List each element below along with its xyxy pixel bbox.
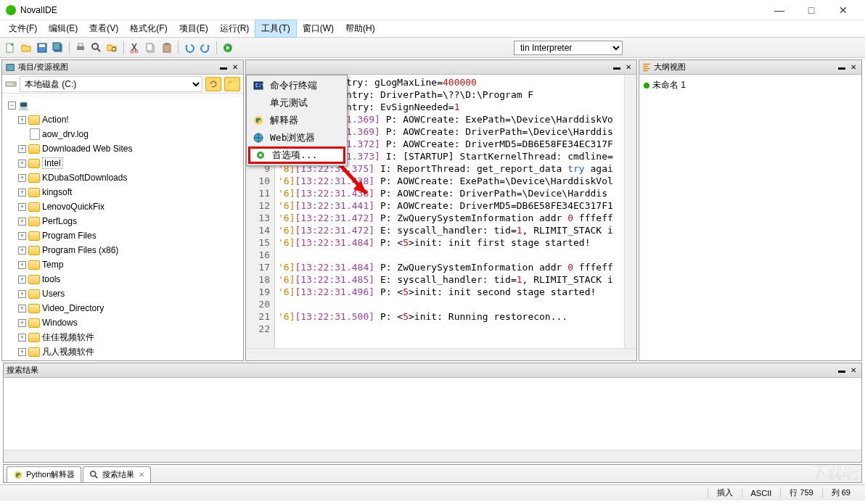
menu-5[interactable]: 运行(R): [214, 20, 255, 37]
search-scrollbar[interactable]: [4, 450, 861, 462]
tree-root[interactable]: −💻: [4, 98, 242, 112]
run-icon[interactable]: [221, 41, 235, 55]
tree-item[interactable]: +Action!: [4, 112, 242, 127]
outline-minimize-icon[interactable]: ▬: [837, 62, 847, 73]
tree-item[interactable]: +LenovoQuickFix: [4, 199, 242, 214]
save-all-icon[interactable]: [51, 41, 65, 55]
menu-item-2[interactable]: 解释器: [248, 112, 345, 129]
tab-0[interactable]: Python解释器: [7, 466, 81, 482]
tree-item[interactable]: +tools: [4, 272, 242, 286]
print-icon[interactable]: [73, 41, 88, 55]
search-results-area[interactable]: [4, 378, 861, 450]
editor-panel: ▬ ✕ 2345678910111213141516171819202122 P…: [245, 59, 637, 361]
copy-icon[interactable]: [144, 41, 158, 55]
tree-item[interactable]: +Intel: [4, 156, 242, 170]
up-button[interactable]: 📁: [224, 77, 240, 91]
toolbar: tin Interpreter: [0, 38, 865, 58]
tree-item-label: 凡人视频软件: [42, 346, 94, 358]
tree-item[interactable]: +Users: [4, 286, 242, 301]
window-controls: ― □ ✕: [763, 0, 859, 20]
tree-item[interactable]: +佳佳视频软件: [4, 330, 242, 344]
menu-item-1[interactable]: 单元测试: [248, 94, 345, 112]
tree-item[interactable]: +Downloaded Web Sites: [4, 141, 242, 156]
open-icon[interactable]: [19, 41, 33, 55]
cut-icon[interactable]: [128, 41, 142, 55]
pref-icon: [255, 149, 266, 161]
tree-item[interactable]: +PerfLogs: [4, 214, 242, 228]
expand-icon[interactable]: +: [18, 290, 26, 298]
editor-close-icon[interactable]: ✕: [623, 62, 634, 73]
editor-minimize-icon[interactable]: ▬: [612, 62, 622, 73]
expand-icon[interactable]: +: [18, 189, 26, 197]
search-minimize-icon[interactable]: ▬: [837, 365, 847, 376]
tree-item[interactable]: +Temp: [4, 257, 242, 272]
menu-2[interactable]: 查看(V): [83, 20, 124, 37]
tree-item[interactable]: +Program Files: [4, 228, 242, 243]
tree-item[interactable]: +凡人视频软件: [4, 344, 242, 359]
expand-icon[interactable]: +: [18, 348, 26, 356]
tree-item[interactable]: +KDubaSoftDownloads: [4, 170, 242, 185]
menu-3[interactable]: 格式化(F): [124, 20, 173, 37]
collapse-icon[interactable]: −: [8, 102, 16, 110]
status-col: 列 69: [822, 487, 859, 498]
tree-item[interactable]: aow_drv.log: [4, 127, 242, 141]
menu-item-0[interactable]: C:\命令行终端: [248, 77, 345, 94]
menu-1[interactable]: 编辑(E): [43, 20, 83, 37]
outline-close-icon[interactable]: ✕: [848, 62, 858, 73]
expand-icon[interactable]: +: [18, 334, 26, 342]
svg-rect-20: [7, 64, 15, 70]
menu-item-4[interactable]: 首选项...: [248, 146, 345, 164]
panel-close-icon[interactable]: ✕: [230, 62, 240, 73]
panel-minimize-icon[interactable]: ▬: [218, 62, 229, 73]
expand-icon[interactable]: +: [18, 174, 26, 182]
undo-icon[interactable]: [182, 41, 197, 55]
minimize-button[interactable]: ―: [763, 0, 795, 20]
vertical-scrollbar[interactable]: [624, 75, 636, 348]
tab-1[interactable]: 搜索结果✕: [83, 466, 151, 482]
redo-icon[interactable]: [198, 41, 213, 55]
interpreter-select[interactable]: tin Interpreter: [514, 41, 623, 55]
interpreter-selector[interactable]: tin Interpreter: [514, 41, 623, 55]
menu-8[interactable]: 帮助(H): [340, 20, 381, 37]
expand-icon[interactable]: +: [18, 232, 26, 240]
expand-icon[interactable]: +: [18, 305, 26, 313]
save-icon[interactable]: [35, 41, 49, 55]
expand-icon[interactable]: +: [18, 218, 26, 226]
titlebar: NovalIDE ― □ ✕: [0, 0, 865, 20]
menu-4[interactable]: 项目(E): [173, 20, 214, 37]
expand-icon[interactable]: +: [18, 145, 26, 153]
find-folder-icon[interactable]: [105, 41, 120, 55]
expand-icon[interactable]: +: [18, 261, 26, 269]
tree-item[interactable]: +Windows: [4, 315, 242, 330]
python-icon: [13, 470, 23, 480]
search-close-icon[interactable]: ✕: [848, 365, 858, 376]
expand-icon[interactable]: +: [18, 160, 26, 168]
paste-icon[interactable]: [160, 41, 174, 55]
tree-item[interactable]: +kingsoft: [4, 185, 242, 199]
expand-icon[interactable]: +: [18, 116, 26, 124]
outline-item[interactable]: 未命名 1: [642, 78, 858, 93]
tab-close-icon[interactable]: ✕: [139, 471, 144, 479]
find-icon[interactable]: [89, 41, 104, 55]
expand-icon[interactable]: +: [18, 203, 26, 211]
menu-0[interactable]: 文件(F): [3, 20, 43, 37]
expand-icon[interactable]: +: [18, 247, 26, 255]
tree-item[interactable]: +Video_Directory: [4, 301, 242, 315]
code-editor[interactable]: 2345678910111213141516171819202122 P: Dr…: [246, 75, 636, 348]
expand-icon[interactable]: +: [18, 319, 26, 327]
refresh-button[interactable]: [205, 77, 221, 91]
drive-select[interactable]: 本地磁盘 (C:): [20, 76, 202, 92]
expand-icon[interactable]: +: [18, 276, 26, 284]
menu-7[interactable]: 窗口(W): [297, 20, 340, 37]
folder-icon: [28, 246, 40, 255]
folder-icon: [28, 289, 40, 299]
menu-6[interactable]: 工具(T): [255, 20, 296, 38]
horizontal-scrollbar[interactable]: [246, 348, 636, 360]
menu-item-3[interactable]: Web浏览器: [248, 129, 345, 146]
maximize-button[interactable]: □: [795, 0, 827, 20]
svg-rect-1: [11, 44, 13, 46]
tree-item[interactable]: +Program Files (x86): [4, 243, 242, 257]
file-tree[interactable]: −💻+Action!aow_drv.log+Downloaded Web Sit…: [2, 96, 243, 360]
new-file-icon[interactable]: [3, 41, 17, 55]
close-button[interactable]: ✕: [827, 0, 859, 20]
